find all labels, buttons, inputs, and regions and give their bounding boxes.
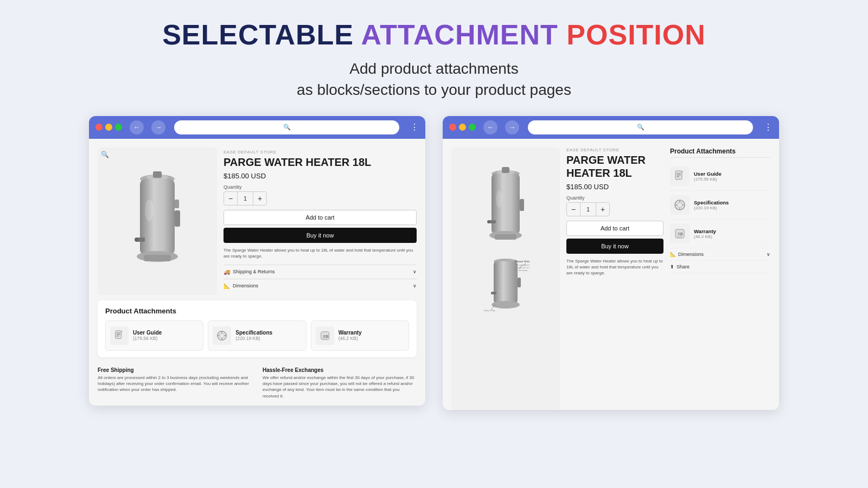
svg-text:TÜV: TÜV bbox=[676, 235, 682, 238]
shipping-label: Shipping & Returns bbox=[233, 269, 275, 274]
warranty-size: (46.2 KB) bbox=[339, 336, 362, 341]
svg-rect-36 bbox=[494, 261, 518, 304]
add-to-cart-left[interactable]: Add to cart bbox=[224, 210, 417, 225]
info-row-left: Free Shipping All orders are processed w… bbox=[89, 363, 425, 406]
add-to-cart-right[interactable]: Add to cart bbox=[566, 221, 663, 236]
attachment-specifications[interactable]: Specifications (220.19 KB) bbox=[208, 320, 306, 351]
hassle-free-heading: Hassle-Free Exchanges bbox=[263, 367, 417, 373]
product-page-right: Please Note The right glass needs to be … bbox=[443, 139, 779, 410]
svg-rect-12 bbox=[117, 332, 120, 333]
dimensions-icon-right: 📐 bbox=[670, 252, 676, 257]
forward-button-right[interactable]: → bbox=[505, 120, 519, 134]
chevron-down-icon2: ∨ bbox=[413, 283, 417, 288]
side-warranty-size: (46.2 KB) bbox=[694, 234, 716, 239]
accordion-shipping[interactable]: 🚚 Shipping & Returns ∨ bbox=[224, 265, 417, 279]
browser-bar-right: ← → 🔍 ⋮ bbox=[443, 116, 779, 139]
svg-rect-15 bbox=[120, 331, 123, 333]
side-specifications-name: Specifications bbox=[694, 200, 729, 206]
dimensions-icon: 📐 bbox=[224, 283, 230, 289]
back-button-right[interactable]: ← bbox=[483, 120, 497, 134]
svg-rect-38 bbox=[491, 292, 496, 294]
qty-decrease-right[interactable]: − bbox=[567, 203, 580, 216]
close-dot-right[interactable] bbox=[449, 124, 456, 131]
hassle-free-text: We offer refund and/or exchange within t… bbox=[263, 375, 417, 399]
side-att-user-guide[interactable]: User Guide (175.56 KB) bbox=[670, 162, 770, 191]
svg-rect-37 bbox=[518, 278, 521, 287]
svg-rect-51 bbox=[681, 171, 683, 173]
buy-now-right[interactable]: Buy it now bbox=[566, 239, 663, 254]
minimize-dot[interactable] bbox=[105, 124, 112, 131]
svg-rect-49 bbox=[676, 175, 681, 176]
product-image-area-left: 🔍 bbox=[98, 147, 217, 295]
chevron-right-icon: ∨ bbox=[767, 252, 770, 257]
share-icon: ⬆ bbox=[670, 264, 674, 269]
side-specifications-icon bbox=[670, 195, 690, 215]
browser-right: ← → 🔍 ⋮ bbox=[443, 116, 779, 410]
svg-rect-29 bbox=[520, 199, 524, 211]
attachment-user-guide[interactable]: User Guide (175.56 KB) bbox=[105, 320, 203, 351]
search-icon: 🔍 bbox=[283, 124, 291, 131]
side-warranty-icon: YB TÜV bbox=[670, 224, 690, 243]
specifications-icon-box bbox=[213, 326, 231, 345]
browsers-row: ← → 🔍 ⋮ 🔍 bbox=[89, 116, 779, 410]
qty-decrease-left[interactable]: − bbox=[224, 192, 237, 205]
free-shipping-col: Free Shipping All orders are processed w… bbox=[98, 367, 252, 399]
svg-rect-2 bbox=[153, 171, 162, 178]
hassle-free-col: Hassle-Free Exchanges We offer refund an… bbox=[263, 367, 417, 399]
attachment-warranty[interactable]: YB TÜV Warranty (46.2 KB) bbox=[311, 320, 409, 351]
minimize-dot-right[interactable] bbox=[459, 124, 466, 131]
specifications-icon-right bbox=[673, 198, 686, 211]
svg-point-10 bbox=[145, 200, 154, 221]
dimensions-label-right: Dimensions bbox=[678, 252, 704, 257]
warranty-icon-box: YB TÜV bbox=[316, 326, 334, 345]
svg-text:the fermenter.: the fermenter. bbox=[515, 269, 528, 272]
quantity-control-left: − 1 + bbox=[224, 191, 267, 206]
side-att-warranty[interactable]: YB TÜV Warranty (46.2 KB) bbox=[670, 220, 770, 248]
product-title-left: PARGE WATER HEATER 18L bbox=[224, 156, 417, 169]
attachments-title-left: Product Attachments bbox=[105, 307, 409, 315]
browser-bar-left: ← → 🔍 ⋮ bbox=[89, 116, 425, 139]
buy-now-left[interactable]: Buy it now bbox=[224, 228, 417, 243]
browser-left: ← → 🔍 ⋮ 🔍 bbox=[89, 116, 425, 406]
specifications-name: Specifications bbox=[235, 330, 272, 336]
svg-point-39 bbox=[492, 301, 520, 309]
quantity-control-right: − 1 + bbox=[566, 202, 610, 216]
side-att-specifications[interactable]: Specifications (220.19 KB) bbox=[670, 191, 770, 220]
product-image-area-right: Please Note The right glass needs to be … bbox=[451, 147, 560, 410]
menu-button-left[interactable]: ⋮ bbox=[410, 122, 419, 132]
product-price-left: $185.00 USD bbox=[224, 172, 417, 180]
qty-increase-left[interactable]: + bbox=[253, 192, 266, 205]
product-price-right: $185.00 USD bbox=[566, 183, 663, 191]
address-bar-left[interactable]: 🔍 bbox=[174, 120, 399, 134]
address-bar-right[interactable]: 🔍 bbox=[528, 120, 753, 134]
window-controls-right bbox=[449, 124, 476, 131]
side-accordion-share[interactable]: ⬆ Share bbox=[670, 261, 770, 273]
side-user-guide-name: User Guide bbox=[694, 171, 722, 177]
product-main-left: 🔍 bbox=[89, 139, 425, 295]
product-description-left: The Sparge Water Heater allows you to he… bbox=[224, 247, 417, 259]
forward-button-left[interactable]: → bbox=[151, 120, 165, 134]
maximize-dot[interactable] bbox=[115, 124, 122, 131]
accordion-dimensions[interactable]: 📐 Dimensions ∨ bbox=[224, 279, 417, 293]
svg-rect-50 bbox=[676, 176, 679, 177]
maximize-dot-right[interactable] bbox=[469, 124, 476, 131]
attachments-grid-left: User Guide (175.56 KB) bbox=[105, 320, 409, 351]
dimensions-label: Dimensions bbox=[233, 283, 258, 288]
menu-button-right[interactable]: ⋮ bbox=[764, 122, 773, 132]
user-guide-icon-right bbox=[673, 170, 686, 183]
warranty-name: Warranty bbox=[339, 330, 362, 336]
subtitle: Add product attachments as blocks/sectio… bbox=[297, 58, 571, 100]
specifications-icon bbox=[216, 330, 228, 342]
svg-text:Bottom Tap...: Bottom Tap... bbox=[484, 309, 497, 312]
side-attachments-panel: Product Attachments bbox=[670, 147, 770, 410]
page-title: SELECTABLE ATTACHMENT POSITION bbox=[162, 20, 706, 50]
side-accordion-dimensions[interactable]: 📐 Dimensions ∨ bbox=[670, 248, 770, 261]
close-dot[interactable] bbox=[95, 124, 103, 131]
shipping-icon: 🚚 bbox=[224, 269, 230, 275]
svg-point-31 bbox=[487, 220, 490, 223]
back-button-left[interactable]: ← bbox=[130, 120, 144, 134]
svg-rect-27 bbox=[502, 167, 509, 173]
qty-increase-right[interactable]: + bbox=[596, 203, 609, 216]
free-shipping-heading: Free Shipping bbox=[98, 367, 252, 373]
svg-rect-3 bbox=[140, 179, 175, 255]
